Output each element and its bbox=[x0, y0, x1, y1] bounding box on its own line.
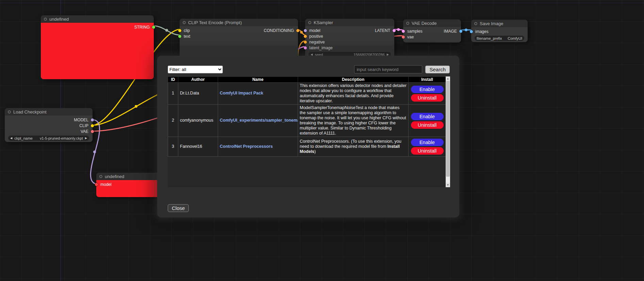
input-slot-model[interactable]: model bbox=[96, 181, 112, 187]
uninstall-button[interactable]: Uninstall bbox=[411, 94, 444, 102]
input-slot-samples[interactable]: samples bbox=[403, 28, 423, 34]
positive-input-port[interactable] bbox=[304, 35, 307, 38]
node-status-icon bbox=[183, 21, 186, 24]
wire-midpoint-dot bbox=[397, 28, 400, 31]
filter-select[interactable]: Filter: all bbox=[168, 66, 223, 73]
wire-midpoint-dot bbox=[465, 29, 467, 31]
slot-label: CONDITIONING bbox=[264, 28, 294, 33]
close-button[interactable]: Close bbox=[168, 204, 189, 212]
output-slot-image[interactable]: IMAGE bbox=[444, 28, 461, 34]
input-slot-latent-image[interactable]: latent_image bbox=[305, 45, 333, 51]
header-author: Author bbox=[178, 77, 218, 83]
image-output-port[interactable] bbox=[459, 30, 462, 33]
cell-description: ModelSamplerTonemapNoiseTest a node that… bbox=[298, 105, 409, 137]
images-input-port[interactable] bbox=[470, 30, 473, 33]
slot-label: VAE bbox=[81, 129, 88, 134]
prev-arrow-icon[interactable]: ◀ bbox=[10, 137, 12, 140]
model-input-port[interactable] bbox=[95, 183, 98, 186]
widget-label: ckpt_name bbox=[14, 136, 33, 140]
ckpt-name-widget[interactable]: ◀ ckpt_name v1-5-pruned-emaonly.ckpt ▶ bbox=[8, 136, 89, 141]
node-status-icon bbox=[8, 110, 11, 113]
cell-author: comfyanonymous bbox=[178, 105, 218, 137]
wire-midpoint-dot bbox=[165, 29, 168, 32]
output-slot-latent[interactable]: LATENT bbox=[375, 28, 394, 33]
output-slot-conditioning[interactable]: CONDITIONING bbox=[264, 28, 298, 33]
filename-prefix-widget[interactable]: filename_prefix ComfyUI bbox=[475, 36, 524, 41]
conditioning-output-port[interactable] bbox=[296, 29, 299, 32]
latent-output-port[interactable] bbox=[393, 29, 396, 32]
extension-link[interactable]: ComfyUI Impact Pack bbox=[220, 91, 263, 95]
output-slot-string[interactable]: STRING bbox=[134, 24, 154, 30]
dialog-controls: Filter: all Search bbox=[168, 65, 450, 73]
extension-link[interactable]: ControlNet Preprocessors bbox=[220, 144, 273, 149]
latent-image-input-port[interactable] bbox=[304, 46, 307, 49]
extension-link[interactable]: ComfyUI_experiments/sampler_tonemap bbox=[220, 118, 298, 123]
uninstall-button[interactable]: Uninstall bbox=[411, 147, 444, 155]
uninstall-button[interactable]: Uninstall bbox=[411, 121, 444, 129]
extension-manager-dialog: Filter: all Search ID Author Name Descri… bbox=[157, 56, 459, 217]
search-input[interactable] bbox=[354, 65, 422, 73]
canvas-axis-horizontal bbox=[0, 3, 644, 3]
input-slot-clip[interactable]: clip bbox=[180, 28, 190, 33]
node-save-image[interactable]: Save Image images filename_prefix ComfyU… bbox=[471, 20, 528, 42]
node-title: Load Checkpoint bbox=[13, 109, 47, 115]
next-arrow-icon[interactable]: ▶ bbox=[85, 137, 87, 140]
enable-button[interactable]: Enable bbox=[411, 139, 444, 146]
header-description: Description bbox=[298, 77, 409, 83]
node-header[interactable]: KSampler bbox=[305, 19, 394, 26]
vae-input-port[interactable] bbox=[402, 35, 405, 38]
node-status-icon bbox=[99, 175, 102, 178]
cell-author: Dr.Lt.Data bbox=[178, 83, 218, 105]
input-slot-negative[interactable]: negative bbox=[305, 39, 325, 45]
slot-label: model bbox=[309, 28, 320, 33]
input-slot-text[interactable]: text bbox=[180, 33, 190, 39]
header-name: Name bbox=[218, 77, 298, 83]
cell-id: 1 bbox=[168, 83, 178, 105]
search-button[interactable]: Search bbox=[425, 66, 450, 73]
widget-value: ComfyUI bbox=[508, 36, 522, 40]
string-output-port[interactable] bbox=[152, 25, 155, 29]
table-scrollbar[interactable]: ▲ ▼ bbox=[446, 76, 450, 187]
samples-input-port[interactable] bbox=[402, 30, 405, 33]
scrollbar-thumb[interactable] bbox=[446, 81, 450, 177]
wire-midpoint-dot bbox=[135, 105, 137, 108]
input-slot-images[interactable]: images bbox=[471, 29, 489, 34]
node-vae-decode[interactable]: VAE Decode samples IMAGE vae bbox=[403, 19, 461, 42]
extension-table: ID Author Name Description Install 1 Dr.… bbox=[168, 76, 446, 157]
clip-input-port[interactable] bbox=[178, 29, 181, 32]
output-slot-model[interactable]: MODEL bbox=[74, 117, 93, 123]
scroll-down-icon[interactable]: ▼ bbox=[446, 183, 450, 187]
output-slot-clip[interactable]: CLIP bbox=[79, 123, 93, 128]
scroll-up-icon[interactable]: ▲ bbox=[446, 76, 450, 81]
node-header[interactable]: Save Image bbox=[471, 20, 528, 27]
node-load-checkpoint[interactable]: Load Checkpoint MODEL CLIP VAE bbox=[5, 108, 93, 142]
enable-button[interactable]: Enable bbox=[411, 113, 444, 120]
node-header[interactable]: VAE Decode bbox=[403, 19, 461, 27]
vae-output-port[interactable] bbox=[91, 130, 94, 133]
wire-midpoint-dot bbox=[93, 151, 96, 153]
input-slot-model[interactable]: model bbox=[305, 28, 320, 33]
node-status-icon bbox=[406, 22, 409, 25]
node-undefined-top[interactable]: undefined STRING bbox=[41, 15, 154, 79]
node-header[interactable]: CLIP Text Encode (Prompt) bbox=[180, 19, 298, 26]
node-header[interactable]: undefined bbox=[41, 15, 154, 23]
clip-output-port[interactable] bbox=[91, 124, 94, 127]
header-install: Install bbox=[409, 77, 446, 83]
model-output-port[interactable] bbox=[91, 118, 94, 121]
header-id: ID bbox=[168, 77, 178, 83]
cell-description: This extension offers various detector n… bbox=[298, 83, 409, 105]
negative-input-port[interactable] bbox=[304, 40, 307, 43]
node-status-icon bbox=[474, 22, 477, 25]
output-slot-vae[interactable]: VAE bbox=[81, 128, 93, 134]
slot-label: MODEL bbox=[74, 118, 88, 122]
model-input-port[interactable] bbox=[304, 29, 307, 32]
enable-button[interactable]: Enable bbox=[411, 86, 444, 93]
node-title: VAE Decode bbox=[412, 21, 436, 26]
input-slot-positive[interactable]: positive bbox=[305, 33, 323, 39]
slot-label: CLIP bbox=[79, 123, 88, 128]
node-header[interactable]: Load Checkpoint bbox=[5, 108, 93, 116]
input-slot-vae[interactable]: vae bbox=[403, 34, 414, 40]
slot-label: LATENT bbox=[375, 28, 390, 33]
slot-label: clip bbox=[184, 28, 190, 33]
text-input-port[interactable] bbox=[178, 35, 181, 38]
